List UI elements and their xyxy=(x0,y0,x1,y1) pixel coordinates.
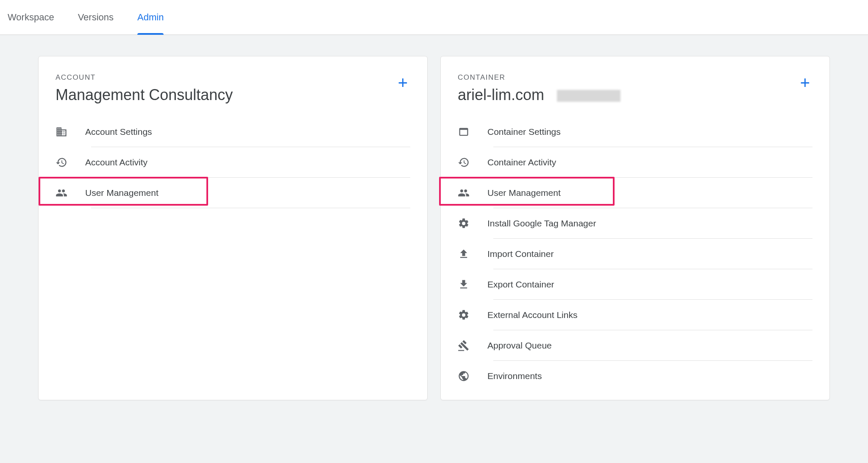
menu-item-label: Approval Queue xyxy=(487,340,552,351)
account-name: Management Consultancy xyxy=(56,86,233,104)
account-settings-item[interactable]: Account Settings xyxy=(56,117,410,147)
menu-item-label: External Account Links xyxy=(487,310,577,320)
upload-icon xyxy=(458,248,470,260)
top-tabbar: Workspace Versions Admin xyxy=(0,0,868,35)
environments-item[interactable]: Environments xyxy=(458,361,812,391)
globe-icon xyxy=(458,370,470,382)
account-card: ACCOUNT Management Consultancy + Account… xyxy=(38,56,428,400)
menu-item-label: User Management xyxy=(487,188,561,198)
container-activity-item[interactable]: Container Activity xyxy=(458,147,812,178)
container-name: ariel-lim.com xyxy=(458,86,620,104)
gear-icon xyxy=(458,309,470,321)
menu-item-label: Account Settings xyxy=(85,127,152,137)
external-account-links-item[interactable]: External Account Links xyxy=(458,300,812,330)
tab-workspace[interactable]: Workspace xyxy=(0,0,66,35)
menu-item-label: Container Settings xyxy=(487,127,561,137)
tab-versions[interactable]: Versions xyxy=(66,0,125,35)
menu-item-label: Environments xyxy=(487,371,542,381)
gavel-icon xyxy=(458,340,470,351)
add-account-button[interactable]: + xyxy=(395,73,410,92)
menu-item-label: User Management xyxy=(85,188,159,198)
menu-item-label: Container Activity xyxy=(487,157,556,167)
add-container-button[interactable]: + xyxy=(798,73,812,92)
menu-item-label: Account Activity xyxy=(85,157,147,167)
history-icon xyxy=(458,156,470,168)
account-label: ACCOUNT xyxy=(56,73,233,82)
container-card: CONTAINER ariel-lim.com + Container Sett… xyxy=(440,56,830,400)
download-icon xyxy=(458,279,470,290)
install-gtm-item[interactable]: Install Google Tag Manager xyxy=(458,208,812,239)
people-icon xyxy=(458,187,470,199)
menu-item-label: Import Container xyxy=(487,249,554,259)
menu-item-label: Export Container xyxy=(487,279,554,290)
web-asset-icon xyxy=(458,126,470,138)
history-icon xyxy=(56,156,67,168)
account-activity-item[interactable]: Account Activity xyxy=(56,147,410,178)
container-id-redacted xyxy=(557,90,620,102)
approval-queue-item[interactable]: Approval Queue xyxy=(458,330,812,361)
export-container-item[interactable]: Export Container xyxy=(458,269,812,300)
people-icon xyxy=(56,187,67,199)
container-settings-item[interactable]: Container Settings xyxy=(458,117,812,147)
import-container-item[interactable]: Import Container xyxy=(458,239,812,269)
container-user-management-item[interactable]: User Management xyxy=(458,178,812,208)
account-user-management-item[interactable]: User Management xyxy=(56,178,410,208)
gear-icon xyxy=(458,218,470,229)
container-label: CONTAINER xyxy=(458,73,620,82)
menu-item-label: Install Google Tag Manager xyxy=(487,218,596,229)
domain-icon xyxy=(56,126,67,138)
tab-admin[interactable]: Admin xyxy=(125,0,175,35)
